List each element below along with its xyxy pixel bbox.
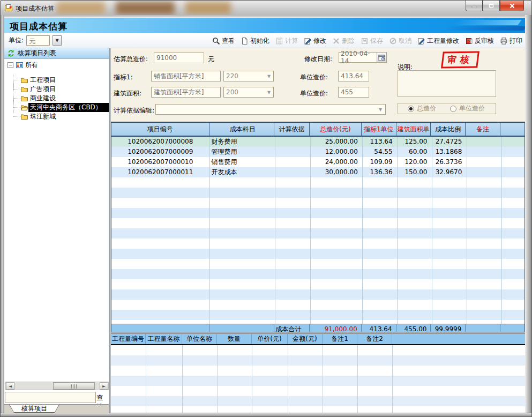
col-header-unit-name: 单位名称 [182, 334, 217, 344]
wallpaper-blob [185, 2, 231, 14]
description-textarea[interactable] [398, 70, 496, 97]
tree-expand-icon[interactable]: − [8, 62, 13, 68]
initialize-button[interactable]: 初始化 [240, 35, 270, 47]
tree-item-cbd[interactable]: 天河中央商务区（CBD） [20, 103, 109, 112]
tree-item-label: 工程项目 [28, 76, 57, 85]
table-row[interactable]: 1020062007000008财务费用25,000.00113.64125.0… [111, 137, 524, 147]
unit-select-dropdown-button[interactable]: ▼ [53, 35, 62, 46]
save-floppy-icon [361, 37, 369, 45]
folder-icon [20, 113, 28, 121]
sidebar: 核算项目列表 − 所有 工程项目 广告项目 商业建设 [4, 48, 110, 413]
chevron-down-icon: ▼ [265, 90, 273, 95]
indicator1-label: 指标1: [114, 73, 133, 82]
delete-button[interactable]: 删除 [332, 35, 355, 47]
column-divider [146, 345, 146, 413]
col-header-extra [500, 123, 524, 136]
column-divider [217, 345, 218, 413]
price-mode-radio-group: 总造价 单位造价 [398, 103, 496, 114]
area-field-input[interactable] [151, 87, 221, 98]
main-content: 估算总造价: 元 修改日期: 2010-04-14 审核 指标1: 220 ▼ … [111, 48, 525, 413]
indicator1-qty-select[interactable]: 220 ▼ [223, 71, 274, 81]
col-header-cost-subject: 成本科目 [209, 123, 275, 136]
view-button[interactable]: 查看 [212, 35, 235, 47]
tree-item-root[interactable]: − 所有 [8, 61, 40, 70]
find-input[interactable] [5, 392, 96, 403]
radio-unit-cost[interactable]: 单位造价 [450, 104, 485, 113]
sidebar-header: 核算项目列表 [4, 48, 109, 59]
radio-total-cost[interactable]: 总造价 [408, 104, 436, 113]
scroll-left-arrow[interactable]: ◄ [6, 382, 14, 390]
col-header-qty-no: 工程量编号 [111, 334, 146, 344]
col-header-remark: 备注 [466, 123, 500, 136]
sidebar-horizontal-scrollbar[interactable]: ◄ ► [5, 382, 109, 390]
unit-select-value[interactable]: 元 [26, 35, 50, 46]
col-header-total-cost: 总造价(元) [310, 123, 362, 136]
window-frame-bottom [0, 413, 532, 417]
currency-unit-label: 元 [208, 55, 214, 64]
unit-price2-input[interactable] [338, 87, 369, 98]
scrollbar-thumb[interactable] [53, 382, 95, 390]
refresh-icon[interactable] [8, 50, 14, 57]
folder-icon [20, 76, 28, 84]
cost-table-header: 项目编号 成本科目 计算依据 总造价(元) 指标1单位 建筑面积单 成本比例 备… [111, 122, 524, 137]
col-header-amount: 金额(元) [288, 334, 323, 344]
col-header-indicator1-unit: 指标1单位 [362, 123, 396, 136]
tree-item-zhujiang[interactable]: 珠江新城 [20, 112, 57, 121]
banner-decoration [443, 26, 525, 31]
table-row[interactable]: 1020062007000009管理费用12,000.0054.5560.001… [111, 147, 524, 157]
radio-unselected-icon [450, 106, 456, 112]
tree-item-label: 广告项目 [28, 85, 57, 94]
edit-pencil-icon [304, 37, 312, 45]
quantity-table-header: 工程量编号 工程量名称 单位名称 数量 单价(元) 金额(元) 备注1 备注2 [111, 334, 525, 345]
scrollbar-track[interactable] [14, 382, 100, 390]
toolbar: 单位: 元 ▼ 查看 初始化 计算 修改 删除 [4, 33, 525, 48]
tab-accounting-project[interactable]: 核算项目 [9, 405, 59, 413]
col-header-calc-basis: 计算依据 [274, 123, 310, 136]
minimize-button[interactable] [466, 1, 483, 11]
tab-label: 核算项目 [21, 404, 47, 413]
document-icon [241, 37, 249, 45]
tree-item-label: 珠江新城 [28, 112, 57, 121]
calc-basis-combo[interactable]: ▼ [155, 104, 386, 115]
col-header-filler [392, 334, 525, 344]
table-row[interactable]: 1020062007000011开发成本30,000.00136.36150.0… [111, 167, 524, 177]
indicator1-field-input[interactable] [151, 71, 221, 81]
tree-item-commercial[interactable]: 商业建设 [20, 94, 57, 103]
table-row[interactable]: 1020062007000010销售费用24,000.00109.09120.0… [111, 157, 524, 167]
cancel-button[interactable]: 取消 [388, 35, 412, 47]
mod-date-field[interactable]: 2010-04-14 [339, 52, 387, 63]
print-button[interactable]: 打印 [499, 35, 523, 47]
cancel-slash-icon [389, 37, 397, 45]
save-button[interactable]: 保存 [360, 35, 384, 47]
modify-button[interactable]: 修改 [303, 35, 327, 47]
wallpaper-blob [116, 2, 175, 14]
column-divider [501, 137, 502, 324]
edit-pencil-icon [417, 37, 425, 45]
open-folder-icon [20, 103, 28, 111]
col-header-remark1: 备注1 [323, 334, 357, 344]
unit-price1-input[interactable] [338, 71, 369, 81]
calendar-button[interactable] [377, 53, 386, 62]
search-icon [212, 37, 220, 45]
unaudit-button[interactable]: 反审核 [464, 35, 494, 47]
sidebar-header-label: 核算项目列表 [18, 49, 56, 58]
calculate-button[interactable]: 计算 [275, 35, 298, 47]
column-divider [275, 137, 275, 324]
area-qty-select[interactable]: 200 ▼ [223, 87, 274, 98]
page-banner: 项目成本估算 [4, 17, 525, 33]
tree-item-engineering[interactable]: 工程项目 [20, 76, 57, 85]
tree-item-advertising[interactable]: 广告项目 [20, 85, 57, 94]
mod-date-value: 2010-04-14 [339, 50, 377, 65]
quantity-modify-button[interactable]: 工程量修改 [417, 35, 460, 47]
window-title: 项目成本估算 [16, 4, 54, 13]
scroll-right-arrow[interactable]: ► [100, 382, 108, 390]
close-button[interactable] [500, 1, 524, 11]
unit-price1-label: 单位造价: [300, 73, 328, 82]
radio-selected-icon [408, 106, 414, 112]
restore-button[interactable] [483, 1, 500, 11]
window-titlebar: 项目成本估算 [0, 0, 532, 15]
banner-decoration [453, 20, 521, 25]
column-divider [392, 345, 393, 413]
chevron-down-icon: ▼ [265, 74, 273, 79]
total-cost-input[interactable] [154, 53, 204, 63]
